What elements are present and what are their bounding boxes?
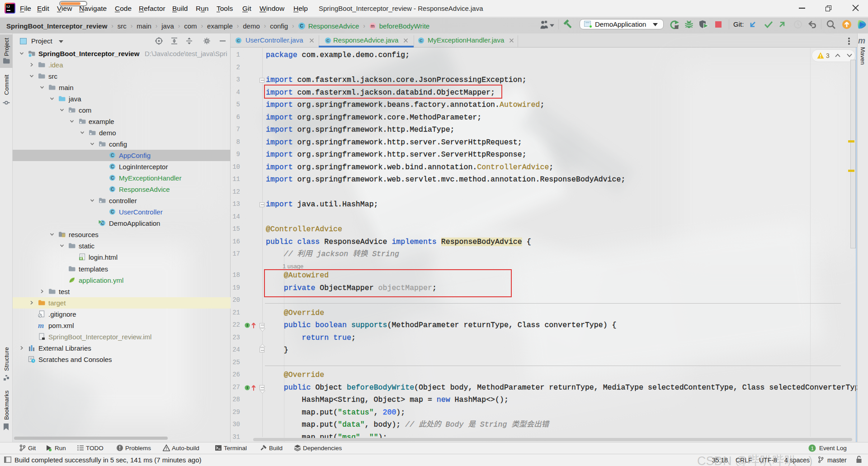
svg-text:C: C	[111, 176, 114, 181]
svg-text:C: C	[111, 153, 114, 158]
svg-text:C: C	[237, 38, 240, 43]
svg-text:m: m	[38, 322, 44, 329]
svg-text:I: I	[247, 323, 248, 328]
svg-text:C: C	[111, 164, 114, 169]
svg-text:C: C	[111, 187, 114, 192]
svg-text:1: 1	[811, 446, 814, 451]
svg-text:C: C	[111, 209, 114, 214]
svg-text:I: I	[247, 385, 248, 390]
svg-text:C: C	[420, 38, 423, 43]
svg-text:C: C	[326, 38, 330, 43]
svg-text:H: H	[80, 257, 82, 260]
